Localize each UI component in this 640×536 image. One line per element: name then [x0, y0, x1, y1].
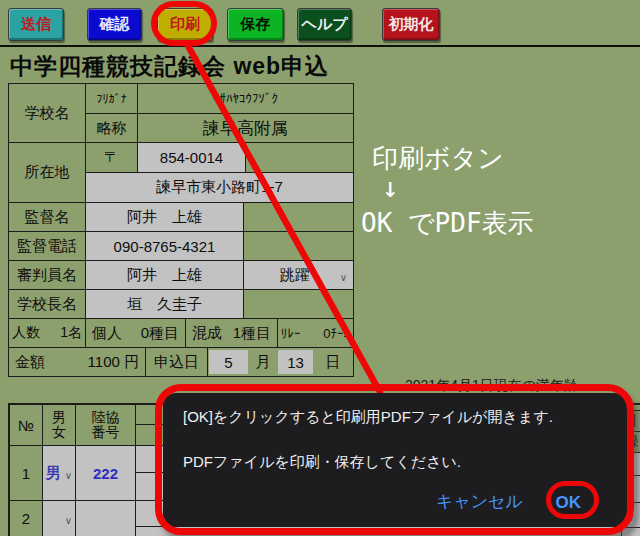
- chevron-down-icon: [340, 267, 347, 284]
- roster-no-header: №: [8, 403, 43, 446]
- director-phone-label: 監督電話: [8, 231, 86, 261]
- judge-label: 審判員名: [8, 260, 86, 290]
- roster-row1-sex-select[interactable]: 男: [42, 445, 76, 501]
- chevron-down-icon: [65, 465, 72, 482]
- application-window: 送信 確認 印刷 保存 ヘルプ 初期化 中学四種競技記録会 web申込 学校名 …: [0, 0, 640, 536]
- individual-value: 0種目: [141, 324, 179, 343]
- day-unit: 日: [313, 353, 353, 372]
- count-label: 人数: [12, 324, 40, 342]
- address-label: 所在地: [8, 142, 86, 203]
- send-button[interactable]: 送信: [8, 8, 64, 41]
- director-phone-field[interactable]: 090-8765-4321: [85, 231, 244, 261]
- judge-role-select[interactable]: 跳躍: [243, 260, 354, 290]
- director-field[interactable]: 阿井 上雄: [85, 202, 244, 232]
- director-label: 監督名: [8, 202, 86, 232]
- sex-header-line2: 女: [52, 425, 66, 440]
- toolbar-divider: [0, 45, 640, 47]
- roster-sex-header: 男 女: [42, 403, 76, 446]
- annotation-down-arrow-icon: ↓: [382, 171, 399, 204]
- save-button[interactable]: 保存: [227, 8, 284, 41]
- fee-cell: 金額 1100 円: [8, 347, 146, 377]
- postal-mark-label: 〒: [85, 142, 138, 173]
- annotation-circle-ok-button: [546, 481, 599, 519]
- apply-date-cell: 5 月 13 日: [207, 347, 354, 377]
- director-tail-cell: [243, 202, 354, 232]
- row1-sex-value: 男: [46, 464, 61, 483]
- school-name-label: 学校名: [8, 83, 86, 143]
- postal-code-field[interactable]: 854-0014: [137, 142, 246, 173]
- relay-value: 0ﾁｰﾑ: [323, 326, 350, 341]
- month-unit: 月: [248, 353, 278, 372]
- assoc-header-line1: 陸協: [92, 410, 120, 425]
- address-field[interactable]: 諫早市東小路町1-7: [85, 172, 354, 203]
- individual-label: 個人: [92, 324, 122, 343]
- combined-cell: 混成 1種目: [185, 318, 278, 348]
- relay-cell: ﾘﾚｰ 0ﾁｰﾑ: [277, 318, 354, 348]
- judge-name-field[interactable]: 阿井 上雄: [85, 260, 244, 290]
- roster-row1-assoc-field[interactable]: 222: [75, 445, 136, 501]
- principal-label: 学校長名: [8, 289, 86, 319]
- fee-label: 金額: [15, 353, 45, 372]
- abbr-field[interactable]: 諫早高附属: [137, 113, 354, 143]
- relay-label: ﾘﾚｰ: [281, 326, 301, 341]
- fee-value: 1100 円: [88, 353, 139, 372]
- month-field[interactable]: 5: [209, 350, 248, 374]
- page-title: 中学四種競技記録会 web申込: [10, 51, 329, 82]
- count-cell: 人数 1名: [8, 318, 86, 348]
- judge-role-value: 跳躍: [250, 266, 340, 285]
- annotation-pdf-label: OK でPDF表示: [361, 206, 534, 241]
- abbr-label: 略称: [85, 113, 138, 143]
- roster-row2-assoc-field[interactable]: [75, 500, 136, 536]
- assoc-header-line2: 番号: [92, 425, 120, 440]
- combined-value: 1種目: [233, 324, 271, 343]
- principal-tail-cell: [243, 289, 354, 319]
- roster-row2-no: 2: [8, 500, 43, 536]
- roster-row1-no: 1: [8, 445, 43, 501]
- sex-header-line1: 男: [52, 410, 66, 425]
- help-button[interactable]: ヘルプ: [297, 8, 352, 41]
- individual-cell: 個人 0種目: [85, 318, 186, 348]
- annotation-circle-print-button: [151, 1, 217, 46]
- count-value: 1名: [60, 324, 82, 342]
- roster-assoc-header: 陸協 番号: [75, 403, 136, 446]
- furigana-label: ﾌﾘｶﾞﾅ: [85, 83, 138, 114]
- reset-button[interactable]: 初期化: [382, 8, 440, 41]
- furigana-field[interactable]: ｲｻﾊﾔｺｳﾌｿﾞｸ: [137, 83, 354, 114]
- phone-tail-cell: [243, 231, 354, 261]
- principal-field[interactable]: 垣 久圭子: [85, 289, 244, 319]
- day-field[interactable]: 13: [278, 350, 313, 374]
- chevron-down-icon: [65, 510, 72, 527]
- apply-date-label: 申込日: [145, 347, 208, 377]
- roster-row2-sex-select[interactable]: [42, 500, 76, 536]
- combined-label: 混成: [192, 324, 222, 343]
- postal-tail-cell: [245, 142, 354, 173]
- confirm-button[interactable]: 確認: [87, 8, 142, 41]
